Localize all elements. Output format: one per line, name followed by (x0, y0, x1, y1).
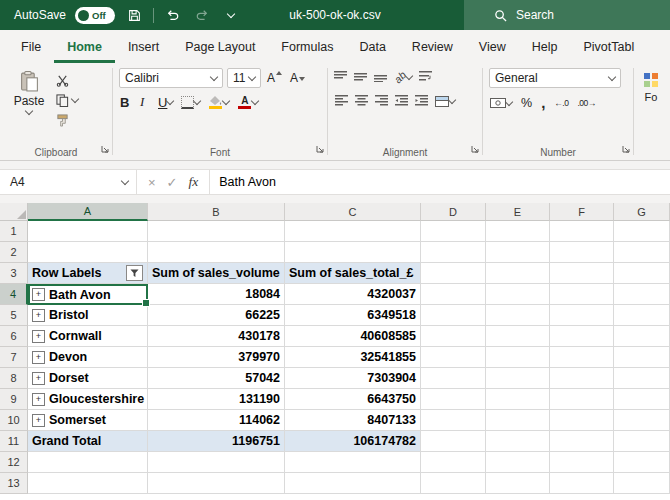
column-header-D[interactable]: D (421, 203, 486, 221)
cell[interactable] (486, 410, 550, 431)
cell[interactable] (550, 347, 614, 368)
cell[interactable] (486, 326, 550, 347)
cell[interactable] (550, 473, 614, 494)
cell-C6[interactable]: 40608585 (285, 326, 421, 347)
format-painter-button[interactable] (56, 113, 78, 127)
expand-button[interactable]: + (32, 288, 45, 301)
cell-C11[interactable]: 106174782 (285, 431, 421, 452)
cell[interactable] (614, 347, 670, 368)
cell[interactable] (486, 431, 550, 452)
cell-C10[interactable]: 8407133 (285, 410, 421, 431)
cell-B11[interactable]: 1196751 (148, 431, 285, 452)
increase-decimal-button[interactable]: ←.0 (554, 98, 568, 108)
wrap-text-button[interactable] (419, 68, 432, 86)
cell[interactable] (550, 263, 614, 284)
row-header-7[interactable]: 7 (0, 347, 28, 368)
number-format-select[interactable]: General (489, 68, 621, 88)
cell-A12[interactable] (28, 452, 148, 473)
decrease-decimal-button[interactable]: .00→ (577, 98, 595, 108)
orientation-button[interactable]: ab (394, 71, 412, 83)
cell[interactable] (421, 347, 486, 368)
cell[interactable] (614, 242, 670, 263)
expand-button[interactable]: + (32, 351, 45, 364)
redo-icon[interactable] (192, 4, 212, 26)
cell-A3[interactable]: Row Labels (28, 263, 148, 284)
select-all-button[interactable] (0, 203, 28, 221)
accounting-format-button[interactable] (490, 98, 512, 108)
cell-B13[interactable] (148, 473, 285, 494)
expand-button[interactable]: + (32, 330, 45, 343)
cell-C12[interactable] (285, 452, 421, 473)
cell[interactable] (550, 242, 614, 263)
bold-button[interactable]: B (120, 95, 132, 110)
column-header-G[interactable]: G (614, 203, 670, 221)
cell-A13[interactable] (28, 473, 148, 494)
align-bottom-button[interactable] (374, 68, 387, 86)
copy-button[interactable] (56, 93, 78, 107)
cell[interactable] (550, 410, 614, 431)
cell[interactable] (421, 305, 486, 326)
percent-style-button[interactable]: % (521, 96, 532, 110)
cell[interactable] (550, 452, 614, 473)
cell-B1[interactable] (148, 221, 285, 242)
cell-C8[interactable]: 7303904 (285, 368, 421, 389)
row-header-12[interactable]: 12 (0, 452, 28, 473)
save-icon[interactable] (124, 4, 144, 26)
cell[interactable] (486, 242, 550, 263)
cell[interactable] (421, 431, 486, 452)
expand-button[interactable]: + (32, 414, 45, 427)
tab-help[interactable]: Help (519, 30, 571, 63)
expand-button[interactable]: + (32, 372, 45, 385)
cell[interactable] (421, 263, 486, 284)
cell[interactable] (486, 305, 550, 326)
font-name-select[interactable]: Calibri (119, 68, 223, 88)
cell-A11[interactable]: Grand Total (28, 431, 148, 452)
cell[interactable] (614, 284, 670, 305)
merge-center-button[interactable] (435, 96, 455, 107)
formula-input[interactable]: Bath Avon (210, 170, 670, 194)
cell[interactable] (614, 368, 670, 389)
align-top-button[interactable] (334, 68, 347, 86)
cell-C13[interactable] (285, 473, 421, 494)
cell-A10[interactable]: + Somerset (28, 410, 148, 431)
cell[interactable] (421, 284, 486, 305)
tab-insert[interactable]: Insert (115, 30, 172, 63)
row-header-11[interactable]: 11 (0, 431, 28, 452)
align-left-button[interactable] (335, 92, 348, 110)
autosave-toggle[interactable]: Off (75, 7, 115, 24)
comma-style-button[interactable]: , (541, 94, 545, 111)
increase-font-size-button[interactable]: A (265, 71, 284, 85)
column-header-E[interactable]: E (486, 203, 550, 221)
row-header-3[interactable]: 3 (0, 263, 28, 284)
tab-page-layout[interactable]: Page Layout (172, 30, 268, 63)
cell[interactable] (614, 473, 670, 494)
number-dialog-launcher[interactable] (622, 139, 630, 157)
column-header-B[interactable]: B (148, 203, 285, 221)
row-header-2[interactable]: 2 (0, 242, 28, 263)
cancel-button[interactable]: × (148, 176, 156, 189)
row-header-4[interactable]: 4 (0, 284, 28, 305)
cell-C1[interactable] (285, 221, 421, 242)
underline-button[interactable]: U (158, 95, 173, 110)
cell-B8[interactable]: 57042 (148, 368, 285, 389)
cell-C7[interactable]: 32541855 (285, 347, 421, 368)
cell[interactable] (614, 326, 670, 347)
cell-A8[interactable]: + Dorset (28, 368, 148, 389)
cell-B2[interactable] (148, 242, 285, 263)
column-header-A[interactable]: A (28, 203, 148, 221)
cell[interactable] (421, 242, 486, 263)
font-dialog-launcher[interactable] (316, 139, 324, 157)
cell-B4[interactable]: 18084 (148, 284, 285, 305)
customize-toolbar-chevron-icon[interactable] (221, 4, 241, 26)
cell[interactable] (614, 452, 670, 473)
cell[interactable] (550, 284, 614, 305)
row-header-13[interactable]: 13 (0, 473, 28, 494)
tab-data[interactable]: Data (346, 30, 398, 63)
column-header-F[interactable]: F (550, 203, 614, 221)
cell[interactable] (486, 221, 550, 242)
cell-B6[interactable]: 430178 (148, 326, 285, 347)
decrease-indent-button[interactable] (395, 92, 408, 110)
cell-B9[interactable]: 131190 (148, 389, 285, 410)
cell-B10[interactable]: 114062 (148, 410, 285, 431)
cell[interactable] (421, 473, 486, 494)
